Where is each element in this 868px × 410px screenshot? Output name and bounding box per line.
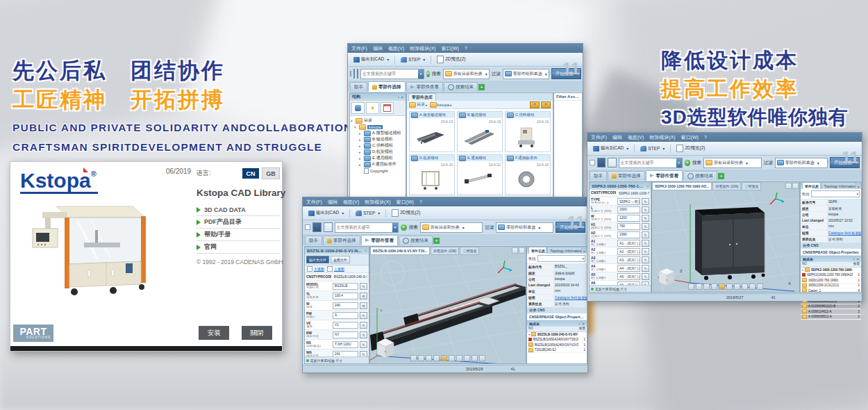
minimize-icon[interactable] xyxy=(853,257,854,261)
close-icon[interactable] xyxy=(582,322,585,326)
minimize-icon[interactable] xyxy=(398,95,399,99)
param-value-select[interactable]: V1 xyxy=(333,322,358,329)
viewport-tab-preview[interactable]: 三维预览 xyxy=(742,182,761,190)
tab-part-selection[interactable]: 零部件选择 xyxy=(608,171,645,181)
viewport-tab-model[interactable]: SDPK2-1600-1200-760-1990-AO... xyxy=(652,182,712,190)
viewer-tool-icon[interactable] xyxy=(433,355,440,361)
scope-select[interactable]: 所有目录和分类 xyxy=(443,69,490,79)
tab-part-selection[interactable]: 零部件选择 xyxy=(323,236,360,245)
edit-icon[interactable]: ✎ xyxy=(642,265,649,272)
tree-item[interactable]: ▸E.通用模组 xyxy=(351,155,405,161)
search-option-checkbox[interactable] xyxy=(350,71,351,76)
close-icon[interactable] xyxy=(856,257,859,261)
param-value-select[interactable]: BSZSLB xyxy=(333,283,358,290)
add-search-icon[interactable] xyxy=(426,71,430,77)
tab-assistant[interactable]: 助手 xyxy=(350,82,367,92)
checkbox[interactable] xyxy=(327,266,333,272)
menu-addons[interactable]: 附加模块(X) xyxy=(365,199,390,206)
find-select[interactable] xyxy=(537,255,585,262)
new-tab-button[interactable] xyxy=(433,238,440,244)
catalog-folder-tile[interactable]: B.输送模组 19-6-19 xyxy=(457,111,503,152)
tree-item[interactable]: ▸B.输送模组 xyxy=(351,136,405,142)
param-value-input[interactable]: 240 xyxy=(333,302,358,309)
menu-help[interactable]: ? xyxy=(704,135,707,140)
edit-icon[interactable]: ✎ xyxy=(360,341,367,348)
lang-gb-button[interactable]: GB xyxy=(262,167,280,179)
export-file-button[interactable]: 输出为文件 xyxy=(306,256,329,263)
chevron-down-icon[interactable] xyxy=(676,158,682,167)
add-search-icon[interactable] xyxy=(685,160,691,166)
tab-search-results[interactable]: 搜索结果 xyxy=(683,171,717,181)
tab-part-info[interactable]: 零件信息 xyxy=(802,182,821,189)
menu-pdf-catalog[interactable]: PDF产品目录 xyxy=(197,216,280,229)
tab-part-view[interactable]: 零部件查看 xyxy=(406,82,444,92)
search-mode-button[interactable] xyxy=(353,69,355,79)
bom-row[interactable]: BSZSLB(1009)A240V1NYT20(1B)G1 xyxy=(527,338,587,343)
menu-addons[interactable]: 附加模块(X) xyxy=(649,134,675,141)
menu-window[interactable]: 窗口(W) xyxy=(397,199,414,206)
bom-row[interactable]: A.0396114612-A2 xyxy=(801,309,861,315)
format-select[interactable]: STEP xyxy=(353,209,383,218)
viewport-icon[interactable] xyxy=(792,183,799,189)
edit-icon[interactable]: ✎ xyxy=(642,215,649,222)
viewport-icon[interactable] xyxy=(785,183,792,189)
tree-item[interactable]: ▸F.通用标准件 xyxy=(351,161,405,167)
bom-row[interactable]: 1600(1200-1C1C1C1)1 xyxy=(801,284,861,289)
param-value-select[interactable]: A3-（双开门）-（选配） xyxy=(617,256,640,263)
close-icon[interactable] xyxy=(857,185,860,189)
bom-row[interactable]: ▾BSZSLB-1009-240-S-V1-NY-T20-(2B) xyxy=(527,332,587,338)
tab-part-view[interactable]: 零部件查看 xyxy=(646,170,683,181)
catalog-folder-tile[interactable]: C.供料模组 19-6-19 xyxy=(505,111,551,152)
menu-view[interactable]: 视图(V) xyxy=(343,199,359,206)
view-select[interactable] xyxy=(541,101,551,108)
param-value-input[interactable]: 100.4 xyxy=(333,293,358,300)
catalog-folder-tile[interactable]: F.通用标准件 19-6-19 xyxy=(505,154,551,195)
preview-2d-button[interactable]: 2D预览(2) xyxy=(434,54,468,65)
menu-window[interactable]: 窗口(W) xyxy=(681,134,699,141)
viewer-tool-icon[interactable] xyxy=(688,284,694,290)
tree-item-copyright[interactable]: Copyright xyxy=(351,167,405,174)
param-value-chip[interactable]: NY xyxy=(333,331,358,338)
param-value-chip[interactable]: S xyxy=(333,312,358,319)
viewer-tool-icon[interactable] xyxy=(471,355,478,361)
bom-row[interactable]: ▾SDPK2-1600-1200-760-1990-A161616... xyxy=(801,268,861,273)
search-history-button[interactable] xyxy=(324,222,333,232)
viewer-tool-icon[interactable] xyxy=(749,284,756,290)
viewport-tab-parts[interactable]: 所有器件 (236) xyxy=(431,247,459,255)
tree-item-root[interactable]: ▾目录 xyxy=(351,117,405,124)
viewer-tool-icon[interactable] xyxy=(426,355,432,361)
edit-icon[interactable]: ✎ xyxy=(642,248,649,255)
edit-icon[interactable]: ✎ xyxy=(642,240,649,247)
edit-icon[interactable]: ✎ xyxy=(642,223,649,230)
param-value-select[interactable]: A4-（双开门）-（选配） xyxy=(617,265,640,272)
browser-tab[interactable]: 零部件选库 xyxy=(408,93,436,101)
menu-edit[interactable]: 编辑 xyxy=(612,134,622,141)
param-value-select[interactable]: A1-（双开门）-（选配） xyxy=(617,240,640,247)
search-input[interactable] xyxy=(361,72,418,76)
viewport-icon[interactable] xyxy=(512,247,518,254)
close-button[interactable]: 關閉 xyxy=(242,326,272,340)
catalogue-link[interactable]: Catalogue field 标准链接 xyxy=(827,230,861,236)
catalog-folder-tile[interactable]: D.机架模组 19-6-19 xyxy=(409,154,455,195)
viewer-tool-icon[interactable] xyxy=(449,355,455,361)
bom-row[interactable]: A.0139608612(2)-B2 xyxy=(801,304,861,310)
scope-select[interactable]: 所有目录和分类 xyxy=(703,158,762,168)
chevron-down-icon[interactable] xyxy=(418,69,424,79)
search-history-button[interactable] xyxy=(357,69,358,79)
favorites-icon[interactable]: ★ xyxy=(366,102,379,114)
catalog-folder-tile[interactable]: A.微型输送模组 19-6-13 xyxy=(409,111,455,152)
param-value-select[interactable]: 1600 xyxy=(617,206,640,213)
tab-search-results[interactable]: 搜索结果 xyxy=(444,82,478,92)
menu-edit[interactable]: 编辑 xyxy=(373,45,383,52)
edit-icon[interactable]: ✎ xyxy=(642,231,649,238)
edit-icon[interactable]: ✎ xyxy=(642,256,649,263)
gear-icon[interactable]: ⚙ xyxy=(360,293,367,300)
viewer-tool-icon[interactable] xyxy=(410,355,417,361)
viewport-tab-parts[interactable]: 所有器件 (206) xyxy=(712,182,741,190)
viewer-tool-icon[interactable] xyxy=(418,355,424,361)
search-input[interactable] xyxy=(619,161,676,165)
viewer-tool-icon[interactable] xyxy=(711,284,717,290)
viewport-tab-preview[interactable]: 三维预览 xyxy=(460,247,479,255)
filter-select[interactable]: 零部件组和单选 xyxy=(496,222,553,233)
param-value-select[interactable]: A5-（双开门）-（选配） xyxy=(617,273,640,280)
